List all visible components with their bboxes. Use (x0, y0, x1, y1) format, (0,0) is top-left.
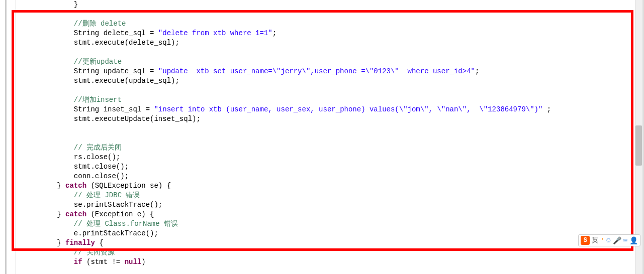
code-token-plain: conn.close(); (74, 172, 129, 180)
code-token-plain: String inset_sql = (74, 105, 154, 113)
ime-mic-icon[interactable]: 🎤 (613, 236, 621, 245)
code-line[interactable]: // 完成后关闭 (23, 143, 635, 153)
code-line[interactable] (23, 86, 635, 95)
code-line[interactable]: // 处理 Class.forName 错误 (23, 219, 635, 229)
code-token-plain: } (57, 210, 65, 218)
code-line[interactable]: rs.close(); (23, 153, 635, 162)
code-line[interactable]: String delete_sql = "delete from xtb whe… (23, 29, 635, 38)
code-line[interactable]: } (23, 0, 635, 10)
code-line[interactable]: stmt.execute(delete_sql); (23, 38, 635, 48)
code-token-plain: stmt.close(); (74, 163, 129, 171)
code-token-plain: ; (272, 29, 277, 37)
code-token-string: "insert into xtb (user_name, user_sex, u… (154, 105, 542, 113)
code-token-plain: { (95, 239, 104, 247)
code-token-plain: String update_sql = (74, 67, 158, 75)
code-line[interactable]: String update_sql = "update xtb set user… (23, 67, 635, 76)
ime-user-icon[interactable]: 👤 (629, 236, 638, 245)
code-token-plain: ; (542, 105, 551, 113)
code-token-plain: ; (475, 67, 479, 75)
left-margin-bar (5, 0, 7, 274)
code-line[interactable]: stmt.executeUpdate(inset_sql); (23, 114, 635, 124)
code-token-keyword: catch (65, 182, 86, 190)
code-token-plain: stmt.execute(update_sql); (74, 77, 179, 85)
code-area[interactable]: } //删除 delete String delete_sql = "delet… (15, 0, 635, 274)
code-line[interactable] (23, 133, 635, 143)
code-token-comment: //更新update (74, 58, 122, 66)
code-line[interactable]: } finally { (23, 238, 635, 248)
code-token-string: "update xtb set user_name=\"jerry\",user… (158, 67, 475, 75)
code-line[interactable]: e.printStackTrace(); (23, 229, 635, 238)
code-token-plain: String delete_sql = (74, 29, 158, 37)
code-token-plain: } (74, 1, 78, 9)
code-token-comment: //删除 delete (74, 20, 126, 28)
code-token-plain: stmt.executeUpdate(inset_sql); (74, 115, 201, 123)
code-line[interactable]: //删除 delete (23, 19, 635, 29)
ime-language-label[interactable]: 英 (592, 236, 598, 245)
code-token-plain: } (57, 239, 65, 247)
scroll-thumb[interactable] (635, 125, 642, 166)
code-token-plain: ) (141, 258, 145, 266)
code-token-plain: (SQLException se) { (86, 182, 171, 190)
code-token-comment: // 完成后关闭 (74, 144, 122, 152)
code-line[interactable] (23, 48, 635, 57)
code-token-string: "delete from xtb where 1=1" (158, 29, 272, 37)
code-line[interactable]: //更新update (23, 57, 635, 67)
editor-container: } //删除 delete String delete_sql = "delet… (0, 0, 644, 274)
code-token-keyword: finally (65, 239, 95, 247)
code-token-plain: e.printStackTrace(); (74, 229, 158, 237)
code-line[interactable]: } catch (Exception e) { (23, 210, 635, 219)
code-token-plain: (Exception e) { (86, 210, 154, 218)
code-line[interactable]: stmt.execute(update_sql); (23, 76, 635, 86)
code-token-plain: } (57, 182, 65, 190)
code-token-plain: (stmt != (82, 258, 125, 266)
ime-emoji-icon[interactable]: ☺ (606, 236, 610, 244)
ime-keyboard-icon[interactable]: ⌨ (623, 236, 627, 245)
code-token-comment: // 关闭资源 (74, 248, 115, 256)
ime-toolbar[interactable]: S 英 ' ☺ 🎤 ⌨ 👤 (578, 234, 640, 246)
code-line[interactable]: if (stmt != null) (23, 257, 635, 267)
ime-logo-icon[interactable]: S (581, 236, 590, 245)
code-token-comment: //增加insert (74, 96, 122, 104)
code-token-comment: // 处理 JDBC 错误 (74, 191, 140, 199)
code-line[interactable]: //增加insert (23, 95, 635, 105)
code-token-comment: // 处理 Class.forName 错误 (74, 220, 178, 228)
code-token-keyword: null (125, 258, 142, 266)
code-line[interactable]: } catch (SQLException se) { (23, 181, 635, 191)
code-token-plain: se.printStackTrace(); (74, 201, 162, 209)
code-line[interactable]: conn.close(); (23, 172, 635, 181)
code-line[interactable]: se.printStackTrace(); (23, 200, 635, 210)
code-token-keyword: catch (65, 210, 86, 218)
code-token-keyword: if (74, 258, 82, 266)
code-line[interactable] (23, 10, 635, 19)
code-line[interactable]: String inset_sql = "insert into xtb (use… (23, 105, 635, 114)
vertical-scrollbar[interactable] (635, 0, 642, 274)
code-line[interactable] (23, 124, 635, 133)
code-line[interactable]: // 处理 JDBC 错误 (23, 191, 635, 200)
code-token-plain: stmt.execute(delete_sql); (74, 39, 179, 47)
code-line[interactable]: // 关闭资源 (23, 248, 635, 257)
code-token-plain: rs.close(); (74, 153, 120, 161)
code-line[interactable]: stmt.close(); (23, 162, 635, 172)
ime-separator: ' (600, 237, 604, 244)
